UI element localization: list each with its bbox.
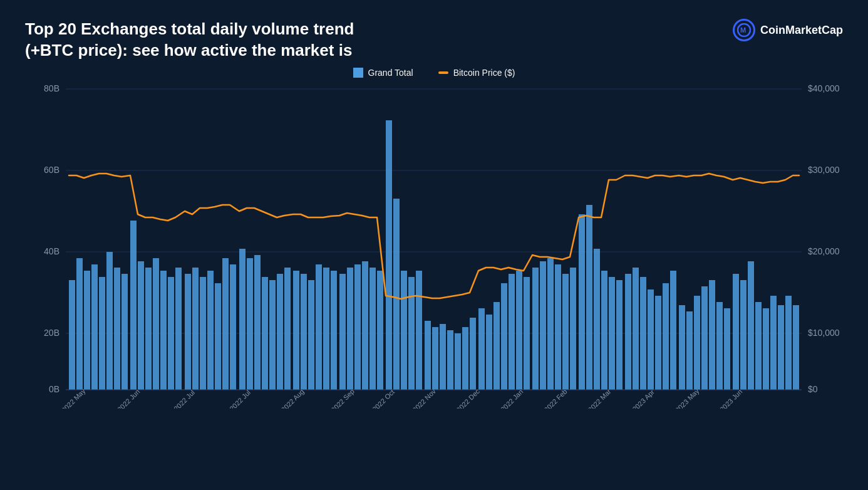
svg-rect-18 bbox=[76, 258, 83, 390]
svg-rect-88 bbox=[616, 280, 623, 390]
svg-rect-17 bbox=[69, 280, 75, 390]
svg-rect-106 bbox=[755, 302, 762, 390]
svg-text:$40,000: $40,000 bbox=[808, 83, 840, 93]
svg-rect-100 bbox=[709, 280, 715, 390]
svg-rect-44 bbox=[277, 274, 283, 390]
legend-btc-price: Bitcoin Price ($) bbox=[438, 68, 515, 78]
svg-rect-62 bbox=[416, 271, 422, 390]
svg-rect-24 bbox=[121, 274, 128, 390]
svg-text:2022 May: 2022 May bbox=[60, 387, 87, 409]
svg-text:$20,000: $20,000 bbox=[808, 246, 840, 256]
svg-rect-22 bbox=[106, 252, 113, 390]
svg-rect-110 bbox=[785, 296, 792, 390]
btc-price-label: Bitcoin Price ($) bbox=[453, 68, 515, 78]
chart-title: Top 20 Exchanges total daily volume tren… bbox=[25, 19, 354, 61]
svg-text:2022 Jan: 2022 Jan bbox=[499, 388, 524, 409]
svg-rect-34 bbox=[200, 277, 206, 390]
svg-rect-35 bbox=[207, 271, 214, 390]
svg-rect-107 bbox=[763, 308, 769, 390]
svg-text:2022 Jul: 2022 Jul bbox=[228, 388, 252, 409]
svg-rect-82 bbox=[570, 268, 576, 390]
svg-rect-64 bbox=[432, 327, 438, 390]
svg-rect-79 bbox=[547, 258, 554, 390]
svg-rect-19 bbox=[84, 271, 90, 390]
svg-rect-109 bbox=[778, 305, 784, 390]
svg-rect-63 bbox=[425, 321, 431, 390]
svg-rect-98 bbox=[694, 296, 700, 390]
svg-rect-26 bbox=[138, 261, 144, 390]
svg-text:2022 Nov: 2022 Nov bbox=[411, 387, 437, 409]
svg-rect-99 bbox=[701, 286, 708, 390]
svg-rect-50 bbox=[323, 268, 329, 390]
svg-rect-86 bbox=[601, 271, 607, 390]
svg-rect-83 bbox=[579, 214, 585, 390]
svg-rect-76 bbox=[524, 277, 530, 390]
svg-text:$10,000: $10,000 bbox=[808, 328, 840, 338]
svg-rect-41 bbox=[254, 255, 261, 390]
svg-text:2023 Jun: 2023 Jun bbox=[718, 388, 743, 409]
svg-rect-25 bbox=[130, 221, 137, 390]
svg-rect-69 bbox=[470, 318, 476, 390]
svg-rect-57 bbox=[377, 271, 383, 390]
chart-plot-area: 80B 60B 40B 20B 0B $40,000 $30,000 $20,0… bbox=[25, 83, 843, 409]
svg-rect-89 bbox=[625, 274, 631, 390]
svg-rect-68 bbox=[462, 327, 468, 390]
svg-text:60B: 60B bbox=[44, 165, 59, 175]
header: Top 20 Exchanges total daily volume tren… bbox=[25, 19, 843, 61]
chart-legend: Grand Total Bitcoin Price ($) bbox=[25, 68, 843, 78]
svg-rect-96 bbox=[679, 305, 685, 390]
svg-text:M: M bbox=[740, 26, 746, 34]
svg-rect-42 bbox=[262, 277, 268, 390]
svg-rect-46 bbox=[293, 271, 299, 390]
svg-text:2022 Dec: 2022 Dec bbox=[455, 387, 481, 409]
svg-rect-60 bbox=[401, 271, 407, 390]
svg-rect-90 bbox=[633, 268, 639, 390]
svg-text:2022 Mar: 2022 Mar bbox=[586, 387, 612, 409]
svg-rect-85 bbox=[594, 249, 600, 390]
svg-text:40B: 40B bbox=[44, 246, 59, 256]
svg-rect-67 bbox=[455, 333, 461, 390]
svg-text:20B: 20B bbox=[44, 328, 59, 338]
svg-text:2022 Jul: 2022 Jul bbox=[172, 388, 196, 409]
svg-rect-31 bbox=[175, 268, 182, 390]
svg-rect-97 bbox=[686, 311, 693, 390]
svg-text:2022 Feb: 2022 Feb bbox=[542, 387, 568, 409]
svg-text:0B: 0B bbox=[49, 384, 59, 394]
svg-rect-91 bbox=[640, 277, 646, 390]
chart-svg: 80B 60B 40B 20B 0B $40,000 $30,000 $20,0… bbox=[25, 83, 843, 409]
svg-rect-103 bbox=[733, 274, 739, 390]
svg-rect-73 bbox=[501, 283, 507, 390]
svg-rect-95 bbox=[670, 271, 676, 390]
svg-rect-52 bbox=[339, 274, 346, 390]
svg-rect-51 bbox=[331, 271, 337, 390]
svg-text:2022 Sep: 2022 Sep bbox=[329, 387, 356, 409]
svg-rect-72 bbox=[493, 302, 500, 390]
svg-rect-84 bbox=[586, 205, 592, 390]
svg-rect-29 bbox=[160, 271, 167, 390]
svg-rect-66 bbox=[447, 330, 453, 390]
svg-rect-47 bbox=[301, 274, 307, 390]
svg-rect-101 bbox=[716, 302, 723, 390]
svg-rect-36 bbox=[215, 283, 221, 390]
svg-rect-78 bbox=[540, 261, 546, 390]
svg-rect-70 bbox=[478, 308, 485, 390]
svg-rect-93 bbox=[655, 296, 661, 390]
svg-text:2023 Apr: 2023 Apr bbox=[631, 388, 656, 409]
svg-rect-37 bbox=[222, 258, 229, 390]
svg-rect-87 bbox=[609, 277, 615, 390]
svg-rect-111 bbox=[793, 305, 799, 390]
svg-rect-23 bbox=[114, 268, 120, 390]
svg-rect-80 bbox=[555, 264, 561, 390]
legend-grand-total: Grand Total bbox=[353, 68, 413, 78]
chart-container: Top 20 Exchanges total daily volume tren… bbox=[0, 0, 868, 490]
svg-text:2022 Oct: 2022 Oct bbox=[371, 388, 396, 409]
svg-rect-40 bbox=[247, 258, 253, 390]
svg-rect-33 bbox=[192, 268, 199, 390]
svg-text:80B: 80B bbox=[44, 83, 59, 93]
svg-rect-30 bbox=[168, 277, 174, 390]
svg-rect-61 bbox=[408, 277, 415, 390]
brand-name: CoinMarketCap bbox=[760, 24, 843, 37]
svg-rect-27 bbox=[145, 268, 152, 390]
svg-rect-48 bbox=[308, 280, 314, 390]
svg-rect-58 bbox=[386, 120, 392, 390]
